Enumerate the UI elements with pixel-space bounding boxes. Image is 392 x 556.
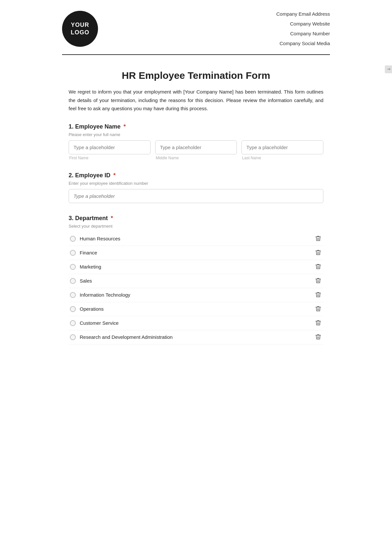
radio-button-finance[interactable]	[70, 250, 76, 256]
middle-name-wrap: Middle Name	[155, 140, 237, 160]
page-header: YOUR LOGO Company Email Address Company …	[49, 0, 343, 54]
department-radio-group: Human Resources Finance	[69, 232, 323, 344]
company-logo: YOUR LOGO	[62, 11, 98, 47]
delete-sales-icon[interactable]	[315, 277, 322, 285]
radio-label-marketing: Marketing	[80, 264, 101, 269]
first-name-wrap: First Name	[69, 140, 151, 160]
radio-item-customer-service: Customer Service	[69, 316, 323, 330]
company-info: Company Email Address Company Website Co…	[276, 9, 330, 48]
radio-button-sales[interactable]	[70, 278, 76, 284]
radio-label-it: Information Technology	[80, 292, 130, 298]
first-name-input[interactable]	[69, 140, 151, 154]
radio-label-rnd: Research and Development Administration	[80, 334, 172, 340]
radio-item-operations: Operations	[69, 302, 323, 316]
delete-marketing-icon[interactable]	[315, 263, 322, 270]
company-website: Company Website	[276, 19, 330, 29]
section-employee-id: 2. Employee ID * Enter your employee ide…	[69, 172, 323, 203]
radio-left: Human Resources	[70, 236, 120, 242]
radio-label-hr: Human Resources	[80, 236, 120, 241]
middle-name-input[interactable]	[155, 140, 237, 154]
required-indicator-3: *	[111, 215, 113, 221]
company-number: Company Number	[276, 29, 330, 39]
company-email: Company Email Address	[276, 9, 330, 19]
radio-item-marketing: Marketing	[69, 260, 323, 274]
radio-item-rnd: Research and Development Administration	[69, 330, 323, 344]
last-name-wrap: Last Name	[241, 140, 323, 160]
radio-button-marketing[interactable]	[70, 264, 76, 270]
radio-button-hr[interactable]	[70, 236, 76, 242]
form-title: HR Employee Termination Form	[69, 70, 323, 81]
last-name-input[interactable]	[241, 140, 323, 154]
middle-name-label: Middle Name	[155, 156, 237, 160]
section-department: 3. Department * Select your department H…	[69, 215, 323, 344]
radio-button-it[interactable]	[70, 292, 76, 298]
required-indicator-2: *	[113, 172, 116, 179]
radio-label-finance: Finance	[80, 250, 97, 255]
radio-button-operations[interactable]	[70, 306, 76, 312]
section-2-hint: Enter your employee identification numbe…	[69, 181, 323, 186]
radio-label-operations: Operations	[80, 306, 104, 312]
delete-operations-icon[interactable]	[315, 305, 322, 313]
section-3-label: 3. Department *	[69, 215, 323, 222]
delete-finance-icon[interactable]	[315, 249, 322, 256]
section-2-label: 2. Employee ID *	[69, 172, 323, 179]
delete-rnd-icon[interactable]	[315, 334, 322, 341]
delete-hr-icon[interactable]	[315, 235, 322, 242]
last-name-label: Last Name	[241, 156, 323, 160]
radio-button-rnd[interactable]	[70, 334, 76, 340]
required-indicator: *	[123, 123, 126, 130]
radio-button-customer-service[interactable]	[70, 320, 76, 326]
section-1-label: 1. Employee Name *	[69, 123, 323, 130]
employee-id-input[interactable]	[69, 189, 323, 203]
main-content: HR Employee Termination Form We regret t…	[49, 55, 343, 376]
first-name-label: First Name	[69, 156, 151, 160]
section-1-hint: Please enter your full name	[69, 132, 323, 137]
section-employee-name: 1. Employee Name * Please enter your ful…	[69, 123, 323, 160]
section-3-hint: Select your department	[69, 224, 323, 229]
name-fields-group: First Name Middle Name Last Name	[69, 140, 323, 160]
delete-customer-service-icon[interactable]	[315, 320, 322, 327]
company-social: Company Social Media	[276, 39, 330, 48]
radio-item-it: Information Technology	[69, 288, 323, 302]
radio-item-sales: Sales	[69, 274, 323, 288]
delete-it-icon[interactable]	[315, 291, 322, 299]
radio-label-sales: Sales	[80, 278, 92, 284]
radio-label-customer-service: Customer Service	[80, 320, 119, 326]
employee-id-wrap	[69, 189, 323, 203]
radio-item-hr: Human Resources	[69, 232, 323, 246]
radio-item-finance: Finance	[69, 246, 323, 260]
form-description: We regret to inform you that your employ…	[69, 88, 323, 113]
